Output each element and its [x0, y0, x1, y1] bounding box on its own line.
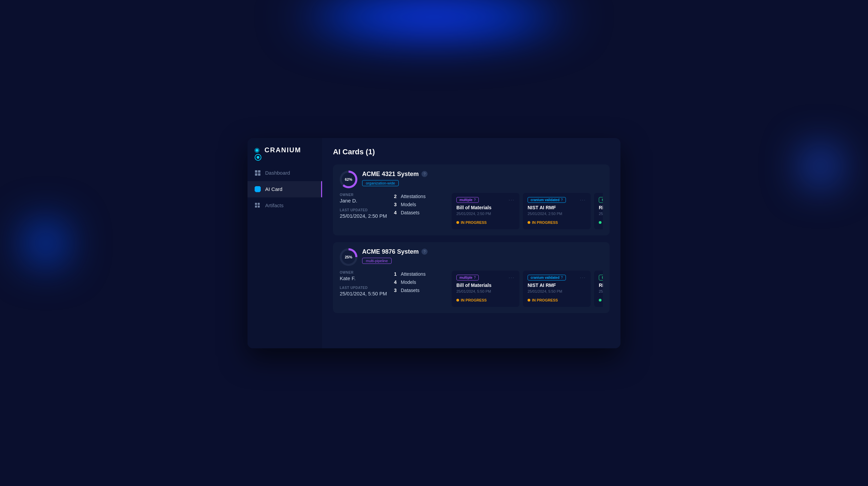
info-tag-help-icon[interactable]: ? [561, 198, 563, 202]
status-dot [528, 299, 530, 302]
info-card-menu[interactable]: ··· [509, 275, 515, 280]
status-badge: IN PROGRESS [456, 298, 487, 302]
stats-section: 2 Attestations 3 Models 4 Datasets [394, 193, 452, 229]
sidebar-item-artifacts[interactable]: Artifacts [248, 197, 322, 214]
status-dot [456, 221, 459, 224]
info-card-2: third-party validated ? ··· Risk Assessm… [594, 193, 603, 229]
sidebar-item-ai-card[interactable]: AI Card [248, 181, 322, 197]
info-card-header: third-party validated ? ··· [599, 197, 603, 203]
stat-number: 1 [394, 271, 399, 277]
stat-row: 4 Models [394, 279, 452, 285]
stat-row: 2 Attestations [394, 194, 452, 199]
ai-card-body: OWNER Kate F. LAST UPDATED 25/01/2024, 5… [333, 271, 610, 313]
status-badge: IN PROGRESS [528, 298, 558, 302]
ai-card-help-icon[interactable]: ? [421, 171, 428, 177]
info-card-title: Bill of Materials [456, 283, 515, 288]
sidebar-item-artifacts-label: Artifacts [265, 202, 283, 208]
stats-section: 1 Attestations 4 Models 3 Datasets [394, 271, 452, 307]
ai-card-title-area: ACME 4321 System ? organization-wide [362, 171, 603, 186]
stat-row: 4 Datasets [394, 210, 452, 215]
info-card-menu[interactable]: ··· [580, 197, 586, 202]
owner-label: OWNER [340, 193, 394, 197]
ai-card-body: OWNER Jane D. LAST UPDATED 25/01/2024, 2… [333, 193, 610, 235]
svg-rect-5 [258, 206, 260, 208]
stat-row: 3 Datasets [394, 288, 452, 293]
progress-circle: 25% [340, 248, 357, 266]
cranium-logo-text: CRANIUM [264, 146, 301, 154]
info-tag-help-icon[interactable]: ? [474, 198, 476, 202]
ai-card-header: 25% ACME 9876 System ? multi-pipeline [333, 242, 610, 271]
svg-rect-4 [255, 206, 257, 208]
info-card-tag: multiple ? [456, 197, 479, 203]
stat-row: 1 Attestations [394, 271, 452, 277]
svg-rect-2 [255, 203, 257, 205]
last-updated-value: 25/01/2024, 2:50 PM [340, 213, 394, 219]
owner-value: Kate F. [340, 275, 394, 281]
info-card-title: Bill of Materials [456, 205, 515, 210]
info-cards-section: multiple ? ··· Bill of Materials 25/01/2… [452, 271, 603, 307]
bg-orb-top [281, 0, 587, 47]
ai-card-acme-4321: 62% ACME 4321 System ? organization-wide… [333, 164, 610, 235]
ai-card-help-icon[interactable]: ? [421, 249, 428, 255]
artifacts-icon [254, 202, 261, 209]
stat-label: Models [401, 279, 416, 285]
info-tag-help-icon[interactable]: ? [474, 276, 476, 279]
cards-container: 62% ACME 4321 System ? organization-wide… [333, 164, 610, 313]
info-card-2: third-party validated ? ··· Risk Assessm… [594, 271, 603, 307]
ai-card-header: 62% ACME 4321 System ? organization-wide [333, 164, 610, 193]
info-card-title: Risk Assessment [599, 205, 603, 210]
progress-label: 25% [345, 255, 352, 259]
sidebar-item-dashboard[interactable]: Dashboard [248, 165, 322, 181]
info-card-header: cranium validated ? ··· [528, 275, 586, 280]
last-updated-value: 25/01/2024, 5:50 PM [340, 291, 394, 296]
logo-area: CRANIUM [248, 138, 322, 165]
info-card-1: cranium validated ? ··· NIST AI RMF 25/0… [523, 271, 591, 307]
info-card-tag: third-party validated ? [599, 275, 603, 280]
owner-section: OWNER Jane D. LAST UPDATED 25/01/2024, 2… [340, 193, 394, 229]
ai-card-name-row: ACME 9876 System ? [362, 248, 603, 255]
sidebar-item-dashboard-label: Dashboard [265, 170, 290, 176]
status-text: IN PROGRESS [532, 220, 558, 225]
status-dot [456, 299, 459, 302]
ai-card-acme-9876: 25% ACME 9876 System ? multi-pipeline OW… [333, 242, 610, 313]
info-card-date: 25/01/2024, 2:50 PM [599, 212, 603, 216]
info-card-date: 25/01/2024, 5:50 PM [456, 289, 515, 293]
svg-point-1 [257, 156, 259, 159]
info-card-menu[interactable]: ··· [580, 275, 586, 280]
info-card-tag: cranium validated ? [528, 275, 566, 280]
stat-number: 3 [394, 202, 399, 207]
info-card-menu[interactable]: ··· [509, 197, 515, 202]
info-card-tag: cranium validated ? [528, 197, 566, 203]
info-card-0: multiple ? ··· Bill of Materials 25/01/2… [452, 271, 519, 307]
sidebar-item-ai-card-label: AI Card [265, 186, 282, 192]
stat-number: 3 [394, 288, 399, 293]
svg-rect-3 [258, 203, 260, 205]
ai-card-title-area: ACME 9876 System ? multi-pipeline [362, 248, 603, 264]
info-card-title: NIST AI RMF [528, 283, 586, 288]
status-badge: IN PROGRESS [456, 220, 487, 225]
owner-section: OWNER Kate F. LAST UPDATED 25/01/2024, 5… [340, 271, 394, 307]
stat-number: 2 [394, 194, 399, 199]
info-card-tag: third-party validated ? [599, 197, 603, 203]
progress-label: 62% [345, 177, 352, 181]
status-dot [528, 221, 530, 224]
sidebar: CRANIUM Dashboard AI Card [248, 138, 322, 348]
stat-label: Attestations [401, 194, 426, 199]
info-card-title: Risk Assessment [599, 283, 603, 288]
info-tag-help-icon[interactable]: ? [561, 276, 563, 279]
cranium-logo-icon [254, 146, 262, 154]
page-title: AI Cards (1) [333, 148, 610, 156]
dashboard-icon [254, 170, 261, 176]
stat-label: Attestations [401, 271, 426, 277]
stat-number: 4 [394, 279, 399, 285]
info-card-header: cranium validated ? ··· [528, 197, 586, 203]
stat-label: Models [401, 202, 416, 207]
bg-orb-left [20, 218, 71, 269]
ai-card-icon [254, 186, 261, 193]
owner-value: Jane D. [340, 198, 394, 203]
stat-row: 3 Models [394, 202, 452, 207]
ai-card-name: ACME 9876 System [362, 248, 419, 255]
bg-orb-right [800, 146, 841, 187]
main-content: AI Cards (1) 62% ACME 4321 System ? orga… [322, 138, 620, 348]
info-card-date: 25/01/2024, 5:50 PM [528, 289, 586, 293]
